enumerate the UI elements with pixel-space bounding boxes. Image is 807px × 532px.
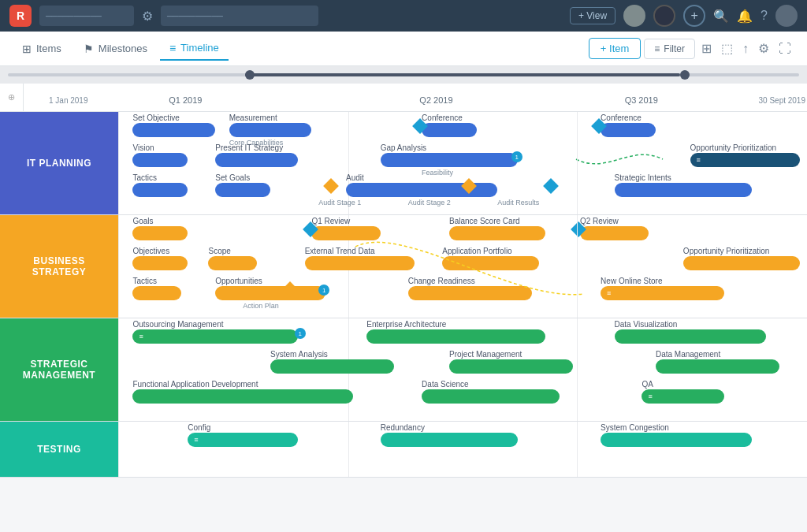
group-timeline-it-planning[interactable]: Set ObjectiveMeasurementCore Capabilitie…: [118, 112, 807, 214]
items-tab-icon: ⊞: [22, 43, 32, 55]
tab-timeline[interactable]: ≡ Timeline: [160, 37, 229, 61]
export-icon[interactable]: ↑: [739, 39, 752, 59]
avatar-1: [623, 5, 645, 27]
tab-items[interactable]: ⊞ Items: [13, 38, 71, 60]
bar-sublabel: Action Plan: [243, 302, 279, 310]
bar-label: Redundancy: [381, 423, 425, 432]
fullscreen-icon[interactable]: ⛶: [775, 39, 794, 59]
bar-label: Functional Application Development: [132, 380, 258, 389]
bar-label: Enterprise Architecture: [366, 320, 446, 329]
timeline-bar[interactable]: ≡: [642, 389, 724, 404]
date-header: ⊕ 1 Jan 2019 Q1 2019 Q2 2019 Q3 2019 30 …: [0, 84, 807, 112]
date-start-label: 1 Jan 2019: [49, 96, 88, 105]
timeline-bar[interactable]: [580, 226, 649, 240]
bar-label: Change Readiness: [408, 277, 475, 285]
timeline-bar[interactable]: [132, 123, 215, 137]
app-logo: R: [9, 5, 32, 27]
q3-label: Q3 2019: [625, 95, 658, 105]
timeline-bar[interactable]: [422, 389, 560, 404]
bar-label: Strategic Intents: [615, 173, 671, 182]
timeline-bar[interactable]: [366, 329, 545, 344]
timeline-bar[interactable]: [615, 329, 766, 344]
bar-label: Vision: [132, 143, 154, 152]
group-timeline-testing[interactable]: Config≡RedundancySystem Congestion: [118, 422, 807, 477]
group-label-business-strategy: BUSINESS STRATEGY: [0, 215, 118, 318]
timeline-bar[interactable]: ≡: [188, 433, 298, 447]
timeline-bar[interactable]: [132, 226, 188, 240]
bar-sublabel: Audit Stage 2: [408, 199, 451, 206]
timeline-bar[interactable]: [132, 256, 188, 270]
timeline-bar[interactable]: [215, 286, 325, 300]
filter-label: Filter: [664, 43, 685, 54]
columns-icon[interactable]: ⬚: [718, 38, 736, 59]
group-business-strategy: BUSINESS STRATEGYGoalsQ1 ReviewBalance S…: [0, 215, 807, 318]
timeline-bar[interactable]: [215, 153, 298, 167]
timeline-bar[interactable]: ≡: [601, 286, 724, 300]
timeline-bar[interactable]: [683, 256, 800, 270]
timeline-bar[interactable]: [381, 433, 519, 447]
bar-label: Data Science: [422, 380, 468, 389]
timeline-bar[interactable]: [615, 183, 753, 197]
timeline-bar[interactable]: [132, 389, 352, 404]
tab-milestones[interactable]: ⚑ Milestones: [74, 38, 157, 60]
timeline-slider[interactable]: [0, 66, 807, 84]
timeline-bar[interactable]: [132, 153, 188, 167]
bar-label: Opportunity Prioritization: [683, 247, 770, 255]
bar-label: Objectives: [132, 247, 169, 255]
bar-label: Gap Analysis: [381, 143, 426, 152]
settings-icon[interactable]: ⚙: [142, 9, 153, 24]
timeline-bar[interactable]: [132, 286, 180, 300]
group-label-testing: TESTING: [0, 422, 118, 477]
timeline-bar[interactable]: [305, 256, 415, 270]
timeline-bar[interactable]: [422, 123, 477, 137]
bar-label: Q1 Review: [311, 217, 350, 225]
collapse-rows-icon[interactable]: ⊕: [8, 92, 15, 102]
milestone-diamond[interactable]: [543, 178, 559, 194]
grid-view-icon[interactable]: ⊞: [698, 38, 715, 59]
search-bar[interactable]: ──────────: [39, 6, 134, 26]
help-icon[interactable]: ?: [761, 9, 768, 23]
timeline-bar[interactable]: [229, 123, 312, 137]
bar-label: Config: [188, 423, 210, 432]
timeline-bar[interactable]: ≡: [690, 153, 801, 167]
timeline-bar[interactable]: [215, 183, 270, 197]
bell-icon[interactable]: 🔔: [737, 9, 753, 24]
project-bar[interactable]: ──────────: [161, 6, 318, 26]
timeline-bar[interactable]: [132, 183, 188, 197]
timeline-bar[interactable]: [449, 226, 545, 240]
timeline-bar[interactable]: [208, 256, 256, 270]
bar-label: New Online Store: [601, 277, 662, 285]
bar-label: QA: [642, 380, 653, 389]
bar-label: External Trend Data: [305, 247, 375, 255]
settings-toolbar-icon[interactable]: ⚙: [755, 38, 772, 59]
group-timeline-business-strategy[interactable]: GoalsQ1 ReviewBalance Score CardQ2 Revie…: [118, 215, 807, 318]
add-user-button[interactable]: +: [683, 5, 705, 27]
timeline-bar[interactable]: [449, 359, 573, 374]
q1-label: Q1 2019: [169, 95, 202, 105]
user-avatar[interactable]: [775, 5, 798, 27]
timeline-bar[interactable]: [381, 153, 519, 167]
timeline-bar[interactable]: ≡: [132, 329, 298, 344]
add-item-button[interactable]: + Item: [589, 38, 642, 59]
bar-label: Outsourcing Management: [132, 320, 223, 329]
milestone-diamond[interactable]: [323, 178, 339, 194]
bar-label: Audit: [346, 173, 364, 182]
filter-button[interactable]: ≡ Filter: [644, 39, 695, 59]
slider-handle-left[interactable]: [245, 70, 255, 80]
timeline-bar[interactable]: [270, 359, 394, 374]
view-button[interactable]: + View: [570, 7, 615, 24]
slider-handle-right[interactable]: [680, 70, 690, 80]
timeline-bar[interactable]: [311, 226, 380, 240]
bar-label: Conference: [601, 113, 642, 122]
timeline-bar[interactable]: [601, 433, 752, 447]
date-end-label: 30 Sept 2019: [759, 96, 806, 105]
top-navigation: R ────────── ⚙ ────────── + View + 🔍 🔔 ?: [0, 0, 807, 32]
dependency-badge: 1: [318, 285, 329, 296]
search-nav-icon[interactable]: 🔍: [713, 9, 729, 24]
bar-label: Tactics: [132, 173, 157, 182]
timeline-bar[interactable]: [442, 256, 538, 270]
timeline-bar[interactable]: [656, 359, 779, 374]
timeline-bar[interactable]: [408, 286, 532, 300]
group-timeline-strategic-management[interactable]: Outsourcing Management≡Enterprise Archit…: [118, 318, 807, 421]
timeline-bar[interactable]: [601, 123, 656, 137]
